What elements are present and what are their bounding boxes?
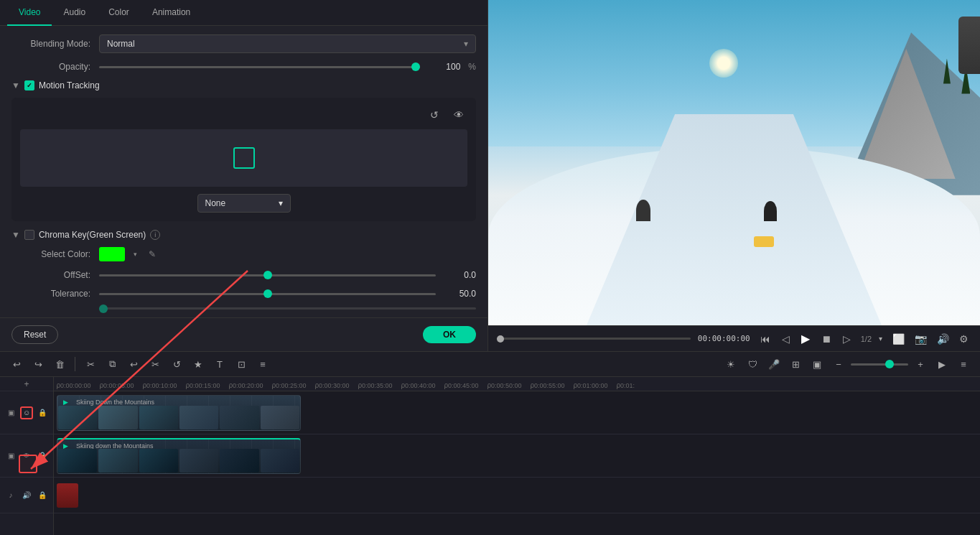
chevron-down-icon[interactable]: ▾ — [129, 248, 141, 260]
offset-label: OffSet: — [11, 270, 90, 280]
more-button[interactable]: ≡ — [954, 355, 973, 373]
motion-tracking-checkbox[interactable]: ✓ — [24, 80, 34, 90]
motion-tracking-label: Motion Tracking — [39, 80, 100, 90]
copy-button[interactable]: ⧉ — [103, 355, 121, 373]
audio-speaker-icon[interactable]: 🔊 — [20, 489, 33, 502]
tab-animation[interactable]: Animation — [141, 0, 202, 26]
zoom-slider[interactable] — [851, 363, 908, 366]
track1-visibility-icon[interactable]: ▣ — [4, 406, 17, 419]
info-icon[interactable]: i — [150, 230, 160, 240]
audio-track-controls: ♪ 🔊 🔒 — [0, 478, 53, 513]
tolerance-slider[interactable] — [99, 293, 436, 295]
tab-audio[interactable]: Audio — [52, 0, 97, 26]
timeline-wrapper: + ▣ ☺ 🔒 ▣ 👁 🔒 ♪ 🔊 🔒 00:00:00:00 00:00:05… — [0, 377, 980, 535]
fullscreen-icon[interactable]: ⬜ — [890, 332, 907, 346]
step-back-button[interactable]: ⏮ — [757, 332, 773, 346]
reset-tracking-icon[interactable]: ↺ — [426, 106, 443, 124]
blending-mode-value: Normal — [107, 39, 135, 49]
text-button[interactable]: T — [210, 355, 229, 373]
chroma-key-label: Chroma Key(Green Screen) — [39, 230, 146, 240]
transition-button[interactable]: ⊡ — [232, 355, 251, 373]
skier1 — [636, 200, 650, 221]
ruler-tick: 00:00:35:00 — [358, 382, 401, 389]
thumb — [261, 406, 299, 429]
stop-button[interactable]: ⏹ — [818, 332, 834, 346]
crop-button[interactable]: ✂ — [146, 355, 164, 373]
frame-forward-button[interactable]: ▷ — [840, 332, 854, 346]
cut-button[interactable]: ✂ — [81, 355, 100, 373]
opacity-slider[interactable] — [99, 66, 420, 68]
audio-clip[interactable] — [57, 483, 78, 508]
track1-controls: ▣ ☺ 🔒 — [0, 391, 53, 434]
progress-bar[interactable] — [497, 338, 691, 340]
time-display: 00:00:00:00 — [698, 334, 750, 343]
separator — [75, 357, 75, 371]
blending-mode-select[interactable]: Normal ▾ — [99, 34, 476, 53]
extra-slider[interactable] — [99, 307, 476, 310]
panel-content: Blending Mode: Normal ▾ Opacity: 100 % ▼ — [0, 26, 487, 317]
track1-person-icon[interactable]: ☺ — [20, 406, 33, 419]
clip-2[interactable]: ▶ Skiing down the Mountains — [57, 438, 301, 474]
track2-lock-icon[interactable]: 🔒 — [36, 450, 49, 462]
ruler-tick: 00:01:00:00 — [574, 382, 617, 389]
paste-button[interactable]: ↩ — [124, 355, 143, 373]
tab-video[interactable]: Video — [7, 0, 52, 26]
volume-icon[interactable]: 🔊 — [934, 332, 952, 346]
opacity-unit: % — [468, 62, 476, 72]
audio-lock-icon[interactable]: 🔒 — [36, 489, 49, 502]
clip-thumbnails — [57, 405, 300, 430]
captions-icon[interactable]: ▣ — [808, 355, 826, 373]
chevron-icon: ▼ — [11, 230, 20, 240]
rotate-button[interactable]: ↺ — [167, 355, 186, 373]
opacity-row: Opacity: 100 % — [11, 62, 476, 72]
screenshot-icon[interactable]: 📷 — [912, 332, 930, 346]
tracking-target — [233, 147, 255, 169]
thumb — [179, 406, 218, 429]
play-button[interactable]: ▶ — [798, 330, 813, 347]
tab-color[interactable]: Color — [97, 0, 141, 26]
select-color-label: Select Color: — [11, 249, 90, 259]
tracking-mode-value: None — [205, 198, 226, 208]
tracking-controls: ↺ 👁 — [20, 106, 467, 124]
track1-lock-icon[interactable]: 🔒 — [36, 406, 49, 419]
redo-button[interactable]: ↪ — [29, 355, 47, 373]
add-media-button[interactable]: + — [20, 378, 33, 391]
undo-button[interactable]: ↩ — [7, 355, 26, 373]
eyedropper-icon[interactable]: ✎ — [145, 247, 159, 261]
reset-button[interactable]: Reset — [11, 325, 58, 344]
mic-icon[interactable]: 🎤 — [765, 355, 783, 373]
eye-icon[interactable]: 👁 — [450, 106, 467, 124]
audio-note-icon[interactable]: ♪ — [4, 489, 17, 502]
align-button[interactable]: ≡ — [253, 355, 272, 373]
shield-icon[interactable]: 🛡 — [743, 355, 762, 373]
frame-back-button[interactable]: ◁ — [779, 332, 793, 346]
person-right — [958, 17, 980, 74]
tolerance-row: Tolerance: 50.0 — [11, 289, 476, 299]
chroma-key-header: ▼ Chroma Key(Green Screen) i — [11, 230, 476, 240]
grid-icon[interactable]: ⊞ — [786, 355, 805, 373]
color-swatch[interactable] — [99, 247, 125, 261]
offset-slider[interactable] — [99, 274, 436, 276]
effect-button[interactable]: ★ — [189, 355, 207, 373]
chroma-key-checkbox[interactable] — [24, 230, 34, 240]
clip-1[interactable]: ▶ Skiing Down the Mountains — [57, 395, 301, 431]
right-panel: 00:00:00:00 ⏮ ◁ ▶ ⏹ ▷ 1/2 ▾ ⬜ 📷 🔊 ⚙ — [488, 0, 980, 351]
sun-icon[interactable]: ☀ — [722, 355, 740, 373]
playback-controls: ⏮ ◁ ▶ ⏹ ▷ — [757, 330, 854, 347]
chevron-icon: ▼ — [11, 80, 20, 90]
thumb — [261, 449, 299, 473]
delete-button[interactable]: 🗑 — [50, 355, 69, 373]
ok-button[interactable]: OK — [423, 326, 476, 343]
chevron-down-icon: ▾ — [464, 39, 468, 49]
settings-icon[interactable]: ⚙ — [956, 332, 971, 346]
chevron-down-icon[interactable]: ▾ — [876, 333, 885, 344]
track2-visibility-icon[interactable]: ▣ — [4, 450, 17, 462]
progress-dot — [497, 335, 504, 343]
select-color-row: Select Color: ▾ ✎ — [11, 247, 476, 261]
zoom-in-button[interactable]: + — [911, 355, 930, 373]
tracking-mode-select[interactable]: None ▾ — [197, 194, 291, 213]
thumb — [220, 449, 258, 473]
zoom-out-button[interactable]: − — [829, 355, 848, 373]
panel-actions: Reset OK — [0, 317, 487, 351]
fit-button[interactable]: ▶ — [933, 355, 951, 373]
